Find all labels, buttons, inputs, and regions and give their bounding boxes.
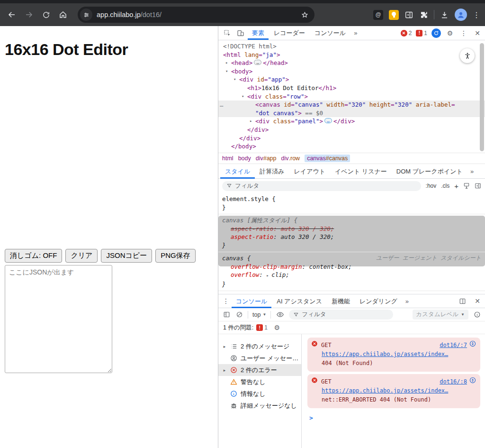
initiator-chain-icon[interactable]: [469, 340, 476, 350]
url-bar[interactable]: app.chiilabo.jp/dot16/: [78, 7, 314, 23]
computed-sidebar-toggle-icon[interactable]: [475, 183, 481, 189]
error-count-badge[interactable]: ✕2: [401, 30, 412, 37]
dom-tree-line[interactable]: ▸<div class="panel">…</div>: [218, 117, 485, 126]
console-sidebar-item[interactable]: ▸2 件のエラー: [218, 364, 301, 376]
keep-extension-icon[interactable]: [389, 10, 399, 20]
console-prompt-chevron[interactable]: >: [307, 411, 480, 421]
inspect-element-icon[interactable]: [221, 27, 234, 39]
dom-tree-line[interactable]: <!DOCTYPE html>: [218, 42, 485, 51]
more-tabs-icon[interactable]: »: [351, 29, 360, 37]
dom-tree-line[interactable]: </div>: [218, 134, 485, 143]
twisty-icon[interactable]: ▸: [250, 117, 252, 126]
tab-layout[interactable]: レイアウト: [289, 164, 331, 179]
tab-elements[interactable]: 要素: [248, 26, 269, 40]
expand-value-icon[interactable]: ▸: [266, 273, 271, 278]
devtools-settings-icon[interactable]: ⚙: [445, 28, 455, 38]
twisty-icon[interactable]: ▸: [225, 59, 228, 67]
drawer-close-icon[interactable]: ✕: [473, 296, 482, 306]
dock-side-icon[interactable]: [456, 295, 468, 307]
tab-console[interactable]: コンソール: [310, 26, 350, 40]
extensions-puzzle-icon[interactable]: [419, 10, 428, 19]
source-link[interactable]: dot16/:8: [440, 377, 467, 386]
accessibility-icon[interactable]: [460, 48, 475, 63]
devtools-close-icon[interactable]: ✕: [473, 28, 482, 38]
tab-rendering[interactable]: レンダリング: [355, 294, 402, 308]
json-copy-button[interactable]: JSONコピー: [101, 249, 152, 263]
dom-tree-line[interactable]: ▾<div id="app">: [218, 75, 485, 84]
console-info-icon[interactable]: [473, 309, 481, 321]
new-style-rule-button[interactable]: +: [454, 182, 458, 190]
eye-live-expression-icon[interactable]: [275, 309, 285, 321]
breadcrumb-item[interactable]: body: [238, 155, 251, 162]
bookmark-star-icon[interactable]: [301, 11, 309, 19]
twisty-icon[interactable]: ▾: [225, 67, 228, 76]
dom-tree-line[interactable]: ▾<div class="row">: [218, 92, 485, 101]
twisty-icon[interactable]: ▸: [222, 368, 227, 373]
eraser-toggle-button[interactable]: 消しゴム: OFF: [5, 249, 62, 263]
device-toolbar-icon[interactable]: [234, 27, 247, 39]
rendering-emulation-icon[interactable]: [463, 183, 470, 189]
tab-styles[interactable]: スタイル: [220, 164, 255, 179]
issues-badge[interactable]: !1: [256, 324, 268, 331]
tab-ai-assistance[interactable]: AI アシスタンス: [272, 294, 326, 308]
tab-whats-new[interactable]: 新機能: [327, 294, 354, 308]
dom-tree-line[interactable]: ▾<body>: [218, 67, 485, 76]
style-rule-selector[interactable]: element.style {: [222, 195, 481, 203]
console-sidebar-toggle-icon[interactable]: [222, 309, 231, 321]
tab-computed[interactable]: 計算済み: [255, 164, 289, 179]
console-sidebar-item[interactable]: 詳細メッセージなし: [218, 400, 301, 411]
ellipsis-expand-icon[interactable]: …: [324, 118, 332, 123]
clear-button[interactable]: クリア: [65, 249, 98, 263]
request-url-link[interactable]: https://app.chiilabo.jp/assets/index…: [322, 351, 448, 357]
browser-menu-icon[interactable]: ⋮: [473, 10, 480, 19]
console-sidebar-item[interactable]: 警告なし: [218, 376, 301, 388]
console-sidebar-item[interactable]: 情報なし: [218, 388, 301, 400]
dom-tree-line[interactable]: …<canvas id="canvas" width="320" height=…: [218, 101, 485, 109]
forward-button[interactable]: [22, 8, 36, 22]
issues-settings-icon[interactable]: ⚙: [272, 323, 282, 332]
png-save-button[interactable]: PNG保存: [155, 249, 196, 263]
row-options-icon[interactable]: …: [220, 101, 224, 109]
style-property[interactable]: aspect-ratio: auto 320 / 320;: [222, 233, 481, 241]
dom-tree-line[interactable]: </body>: [218, 142, 485, 151]
source-link[interactable]: dot16/:7: [440, 341, 467, 350]
twisty-icon[interactable]: ▸: [222, 344, 227, 349]
dom-tree-line[interactable]: "dot canvas"> == $0: [218, 109, 485, 118]
execution-context-selector[interactable]: top▼: [252, 311, 266, 318]
toggle-classes-button[interactable]: .cls: [441, 183, 449, 189]
profile-avatar[interactable]: [455, 9, 467, 21]
tab-dom-breakpoints[interactable]: DOM ブレークポイント: [392, 164, 467, 179]
elements-scrollbar[interactable]: [480, 43, 484, 151]
dom-tree-line[interactable]: </div>: [218, 126, 485, 134]
more-drawer-tabs-icon[interactable]: »: [403, 298, 412, 305]
tab-drawer-console[interactable]: コンソール: [232, 294, 271, 308]
twisty-icon[interactable]: ▾: [234, 75, 236, 84]
initiator-chain-icon[interactable]: [469, 377, 476, 386]
console-sidebar-item[interactable]: ▸2 件のメッセージ: [218, 340, 301, 352]
downloads-icon[interactable]: [440, 10, 449, 19]
dom-tree-line[interactable]: <h1>16x16 Dot Editor</h1>: [218, 84, 485, 92]
devtools-menu-icon[interactable]: ⋮: [459, 28, 468, 38]
style-rule-selector[interactable]: canvas {ユーザー エージェント スタイルシート: [222, 254, 481, 263]
tab-event-listeners[interactable]: イベント リスナー: [330, 164, 392, 179]
extension-panel-icon[interactable]: [431, 28, 441, 38]
dom-tree-line[interactable]: <html lang="ja">: [218, 51, 485, 59]
more-style-tabs-icon[interactable]: »: [467, 168, 476, 175]
breadcrumb-item[interactable]: canvas#canvas: [305, 155, 350, 162]
reload-button[interactable]: [39, 8, 53, 22]
style-rule-selector[interactable]: canvas [属性スタイル] {: [222, 216, 481, 225]
style-property[interactable]: overflow: ▸ clip;: [222, 271, 481, 280]
console-error-message[interactable]: GETdot16/:8https://app.chiilabo.jp/asset…: [307, 374, 480, 408]
at-extension-icon[interactable]: @: [373, 10, 383, 20]
log-level-selector[interactable]: カスタムレベル▼: [413, 310, 468, 320]
drawer-menu-icon[interactable]: ⋮: [221, 296, 231, 306]
dom-tree-line[interactable]: ▸<head>…</head>: [218, 59, 485, 67]
site-settings-icon[interactable]: [80, 9, 92, 21]
json-output-textarea[interactable]: [5, 265, 112, 373]
console-sidebar-item[interactable]: ユーザー メッセー…: [218, 352, 301, 364]
console-filter-input[interactable]: フィルタ: [289, 310, 393, 320]
breadcrumb-item[interactable]: div.row: [281, 155, 300, 162]
clear-console-icon[interactable]: [235, 309, 243, 321]
request-url-link[interactable]: https://app.chiilabo.jp/assets/index…: [322, 387, 448, 394]
toggle-hover-state-button[interactable]: :hov: [426, 183, 437, 189]
